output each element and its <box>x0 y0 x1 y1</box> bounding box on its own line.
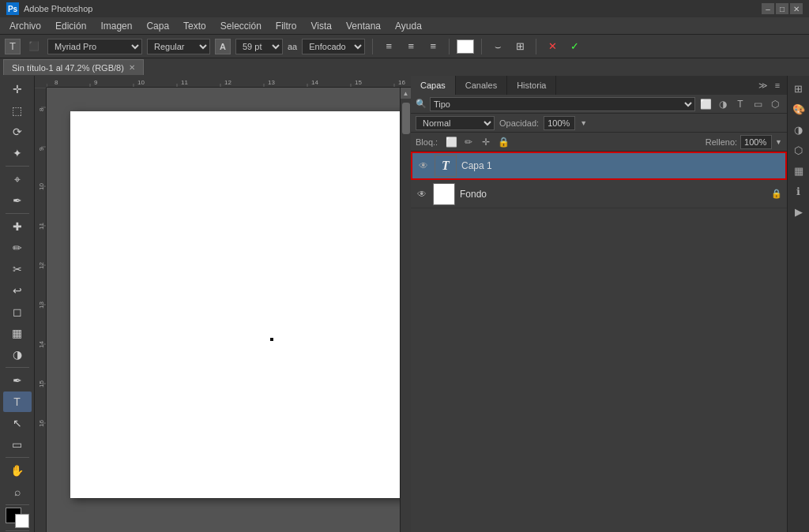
menu-capa[interactable]: Capa <box>140 19 175 33</box>
menu-vista[interactable]: Vista <box>304 19 337 33</box>
tool-separator-5 <box>6 504 29 505</box>
fill-arrow[interactable]: ▼ <box>775 138 782 146</box>
menu-edicion[interactable]: Edición <box>49 19 92 33</box>
menu-ayuda[interactable]: Ayuda <box>389 19 428 33</box>
filter-shape-btn[interactable]: ▭ <box>751 97 765 111</box>
canvas-and-ruler-area: 8 9 10 11 12 13 14 15 16 <box>35 88 411 532</box>
opacity-arrow[interactable]: ▼ <box>580 119 587 127</box>
doc-tab-close[interactable]: ✕ <box>129 63 135 72</box>
lock-all-btn[interactable]: 🔒 <box>496 135 510 149</box>
ruler-vertical: 8 9 10 11 12 13 14 15 16 <box>35 88 47 532</box>
svg-text:12: 12 <box>224 79 231 86</box>
canvas-area: 8 9 10 11 12 13 14 15 16 17 18 19 20 21 … <box>35 76 411 532</box>
eyedropper-tool[interactable]: ✒ <box>3 190 32 211</box>
tab-capas[interactable]: Capas <box>411 76 456 95</box>
pen-tool[interactable]: ✒ <box>3 370 32 391</box>
panel-toggle-btn-6[interactable]: ℹ <box>789 182 808 200</box>
background-color[interactable] <box>15 514 29 528</box>
align-right-btn[interactable]: ≡ <box>424 39 442 54</box>
separator-1 <box>372 39 373 54</box>
doc-tab-bar: Sin título-1 al 47.2% (RGB/8) ✕ <box>0 58 809 76</box>
minimize-button[interactable]: – <box>762 3 774 14</box>
maximize-button[interactable]: □ <box>776 3 788 14</box>
clone-tool[interactable]: ✂ <box>3 259 32 279</box>
panel-toggle-btn-3[interactable]: ◑ <box>789 120 808 139</box>
char-panel-btn[interactable]: ⊞ <box>511 39 529 54</box>
menu-filtro[interactable]: Filtro <box>269 19 303 33</box>
layer-row-capa1[interactable]: 👁 T Capa 1 <box>411 152 787 180</box>
app-logo: Ps <box>6 2 19 15</box>
lock-transparent-btn[interactable]: ⬜ <box>444 135 458 149</box>
align-center-btn[interactable]: ≡ <box>402 39 420 54</box>
menu-seleccion[interactable]: Selección <box>214 19 268 33</box>
window-controls: – □ ✕ <box>762 3 803 14</box>
hand-tool[interactable]: ✋ <box>3 460 32 481</box>
panel-toggle-btn-2[interactable]: 🎨 <box>789 99 808 118</box>
zoom-tool[interactable]: ⌕ <box>3 481 32 502</box>
layer-visibility-fondo[interactable]: 👁 <box>416 188 428 200</box>
confirm-btn[interactable]: ✓ <box>566 39 583 54</box>
doc-tab-name: Sin título-1 al 47.2% (RGB/8) <box>12 63 124 73</box>
filter-adjust-btn[interactable]: ◑ <box>716 97 730 111</box>
move-tool[interactable]: ✛ <box>3 79 32 99</box>
title-bar: Ps Adobe Photoshop – □ ✕ <box>0 0 809 17</box>
tab-historia[interactable]: Historia <box>507 76 556 95</box>
font-family-select[interactable]: Myriad Pro <box>47 39 142 54</box>
path-select-tool[interactable]: ↖ <box>3 413 32 433</box>
crop-tool[interactable]: ⌖ <box>3 169 32 189</box>
eraser-tool[interactable]: ◻ <box>3 302 32 322</box>
font-size-select[interactable]: 59 pt <box>235 39 283 54</box>
history-brush-tool[interactable]: ↩ <box>3 280 32 301</box>
close-button[interactable]: ✕ <box>790 3 803 14</box>
opacity-input[interactable] <box>544 116 575 130</box>
scroll-up-btn[interactable]: ▲ <box>401 88 412 99</box>
doc-tab[interactable]: Sin título-1 al 47.2% (RGB/8) ✕ <box>3 59 144 75</box>
scroll-thumb-v[interactable] <box>402 103 410 134</box>
gradient-tool[interactable]: ▦ <box>3 323 32 343</box>
type-tool[interactable]: T <box>3 392 32 412</box>
menu-imagen[interactable]: Imagen <box>94 19 138 33</box>
lock-paint-btn[interactable]: ✏ <box>461 135 476 149</box>
layer-row-fondo[interactable]: 👁 Fondo 🔒 <box>411 180 787 208</box>
panel-menu-btn[interactable]: ≡ <box>771 79 784 92</box>
panel-toggle-btn-4[interactable]: ⬡ <box>789 140 808 159</box>
layer-thumb-capa1: T <box>435 155 457 177</box>
layer-type-filter[interactable]: Tipo <box>430 97 695 111</box>
shape-tool[interactable]: ▭ <box>3 434 32 455</box>
panel-toggle-btn-5[interactable]: ▦ <box>789 161 808 180</box>
fill-input[interactable] <box>740 135 772 149</box>
vertical-scrollbar[interactable]: ▲ ▼ <box>400 88 411 532</box>
separator-3 <box>481 39 482 54</box>
scroll-track-v[interactable] <box>402 99 410 532</box>
dodge-tool[interactable]: ◑ <box>3 344 32 365</box>
tab-canales[interactable]: Canales <box>456 76 507 95</box>
lock-position-btn[interactable]: ✛ <box>479 135 493 149</box>
menu-ventana[interactable]: Ventana <box>340 19 387 33</box>
cancel-btn[interactable]: ✕ <box>544 39 561 54</box>
warp-text-btn[interactable]: ⌣ <box>489 39 506 54</box>
align-left-btn[interactable]: ≡ <box>380 39 397 54</box>
color-swatches[interactable] <box>6 508 29 528</box>
healing-tool[interactable]: ✚ <box>3 216 32 237</box>
canvas-scroll[interactable] <box>47 88 400 532</box>
layer-visibility-capa1[interactable]: 👁 <box>417 159 430 172</box>
menu-texto[interactable]: Texto <box>177 19 213 33</box>
marquee-tool[interactable]: ⬚ <box>3 100 32 121</box>
aa-mode-select[interactable]: Enfocado <box>302 39 365 54</box>
text-color-swatch[interactable] <box>457 39 474 54</box>
font-options-btn[interactable]: ⬛ <box>25 39 43 54</box>
opacity-label: Opacidad: <box>499 118 539 128</box>
quick-select-tool[interactable]: ✦ <box>3 143 32 163</box>
filter-smart-btn[interactable]: ⬡ <box>768 97 782 111</box>
panel-expand-btn[interactable]: ≫ <box>757 79 769 92</box>
tool-separator-4 <box>6 457 29 458</box>
panel-toggle-btn-7[interactable]: ▶ <box>789 202 808 221</box>
brush-tool[interactable]: ✏ <box>3 238 32 258</box>
filter-text-btn[interactable]: T <box>733 97 747 111</box>
blend-mode-select[interactable]: Normal <box>416 116 495 130</box>
lasso-tool[interactable]: ⟳ <box>3 122 32 142</box>
menu-archivo[interactable]: Archivo <box>3 19 47 33</box>
panel-toggle-btn-1[interactable]: ⊞ <box>789 79 808 98</box>
filter-pixel-btn[interactable]: ⬜ <box>698 97 713 111</box>
font-style-select[interactable]: Regular <box>147 39 210 54</box>
